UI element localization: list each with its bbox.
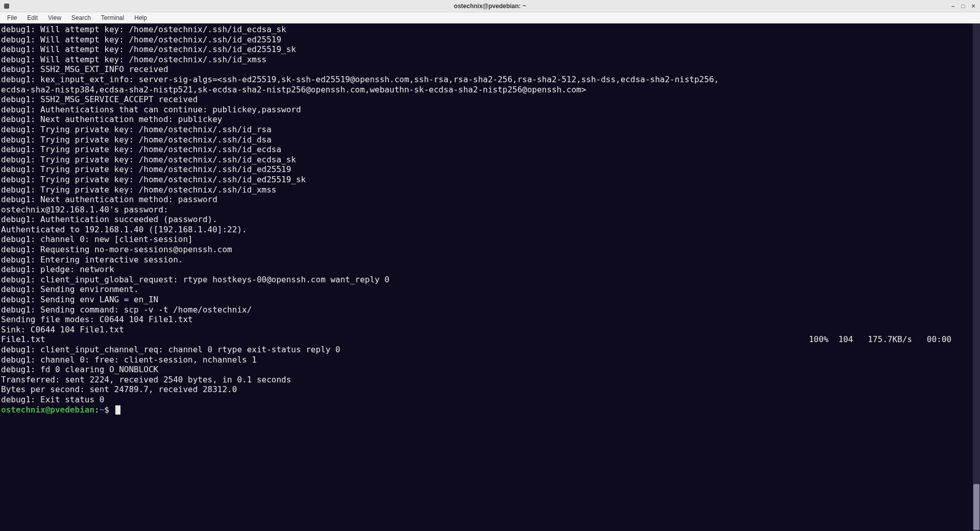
terminal-line: debug1: Sending environment.	[1, 284, 972, 295]
terminal-line: debug1: Authentication succeeded (passwo…	[1, 214, 972, 225]
menu-help[interactable]: Help	[130, 13, 151, 22]
terminal-line: debug1: Exit status 0	[1, 395, 972, 405]
terminal-line: debug1: Requesting no-more-sessions@open…	[1, 245, 972, 255]
terminal-line: Transferred: sent 2224, received 2540 by…	[1, 375, 972, 385]
terminal-line: debug1: fd 0 clearing O_NONBLOCK	[1, 365, 972, 375]
terminal-line: debug1: kex_input_ext_info: server-sig-a…	[1, 75, 972, 85]
app-icon	[4, 4, 9, 9]
window-title: ostechnix@pvedebian: ~	[45, 3, 935, 10]
terminal-line: debug1: Entering interactive session.	[1, 255, 972, 265]
prompt-path: ~	[100, 405, 105, 415]
terminal-line: debug1: channel 0: new [client-session]	[1, 234, 972, 245]
maximize-button[interactable]: □	[961, 4, 966, 9]
terminal-line: debug1: SSH2_MSG_SERVICE_ACCEPT received	[1, 94, 972, 105]
menu-search[interactable]: Search	[67, 13, 95, 22]
titlebar-left	[4, 4, 45, 9]
cursor	[115, 405, 120, 415]
terminal-line: debug1: Will attempt key: /home/ostechni…	[1, 44, 972, 55]
terminal-line: debug1: Trying private key: /home/ostech…	[1, 185, 972, 195]
terminal-line: debug1: client_input_global_request: rty…	[1, 275, 972, 285]
menu-edit[interactable]: Edit	[23, 13, 42, 22]
terminal-output[interactable]: debug1: Will attempt key: /home/ostechni…	[0, 23, 973, 531]
terminal-line: debug1: Trying private key: /home/ostech…	[1, 135, 972, 145]
terminal-line: debug1: Trying private key: /home/ostech…	[1, 144, 972, 155]
terminal-line: debug1: Authentications that can continu…	[1, 105, 972, 115]
terminal-line: Bytes per second: sent 24789.7, received…	[1, 384, 972, 395]
close-button[interactable]: ×	[971, 4, 976, 9]
prompt-symbol: $	[104, 405, 114, 415]
terminal-line: debug1: SSH2_MSG_EXT_INFO received	[1, 64, 972, 75]
terminal-line: debug1: Trying private key: /home/ostech…	[1, 164, 972, 175]
menu-bar: File Edit View Search Terminal Help	[0, 12, 980, 23]
terminal-line: debug1: Trying private key: /home/ostech…	[1, 175, 972, 185]
terminal-line: debug1: Sending command: scp -v -t /home…	[1, 305, 972, 315]
prompt-separator: :	[94, 405, 100, 415]
window-titlebar: ostechnix@pvedebian: ~ – □ ×	[0, 0, 980, 12]
terminal-line: Sink: C0644 104 File1.txt	[1, 325, 972, 335]
menu-terminal[interactable]: Terminal	[97, 13, 128, 22]
terminal-line: debug1: channel 0: free: client-session,…	[1, 355, 972, 365]
prompt-line[interactable]: ostechnix@pvedebian:~$	[1, 405, 972, 415]
transfer-progress-line: File1.txt100% 104 175.7KB/s 00:00	[1, 334, 972, 345]
menu-file[interactable]: File	[3, 13, 21, 22]
terminal-line: debug1: Will attempt key: /home/ostechni…	[1, 25, 972, 35]
terminal-line: debug1: Next authentication method: pass…	[1, 195, 972, 205]
terminal-line: debug1: Will attempt key: /home/ostechni…	[1, 35, 972, 45]
terminal-line: debug1: Trying private key: /home/ostech…	[1, 155, 972, 165]
terminal-line: ostechnix@192.168.1.40's password:	[1, 205, 972, 215]
terminal-line: debug1: Next authentication method: publ…	[1, 114, 972, 125]
terminal-line: debug1: pledge: network	[1, 264, 972, 275]
menu-view[interactable]: View	[44, 13, 65, 22]
terminal-line: debug1: client_input_channel_req: channe…	[1, 345, 972, 355]
scrollbar-thumb[interactable]	[973, 484, 979, 530]
scrollbar[interactable]	[973, 23, 980, 531]
terminal-line: Sending file modes: C0644 104 File1.txt	[1, 315, 972, 325]
transfer-filename: File1.txt	[1, 334, 45, 345]
terminal-container: debug1: Will attempt key: /home/ostechni…	[0, 23, 980, 531]
terminal-line: debug1: Trying private key: /home/ostech…	[1, 125, 972, 135]
terminal-line: ecdsa-sha2-nistp384,ecdsa-sha2-nistp521,…	[1, 85, 972, 95]
terminal-line: Authenticated to 192.168.1.40 ([192.168.…	[1, 225, 972, 235]
minimize-button[interactable]: –	[950, 4, 955, 9]
terminal-line: debug1: Will attempt key: /home/ostechni…	[1, 55, 972, 65]
window-controls: – □ ×	[935, 4, 976, 9]
prompt-user-host: ostechnix@pvedebian	[1, 405, 94, 415]
terminal-line: debug1: Sending env LANG = en_IN	[1, 295, 972, 305]
transfer-stats: 100% 104 175.7KB/s 00:00	[45, 334, 972, 345]
